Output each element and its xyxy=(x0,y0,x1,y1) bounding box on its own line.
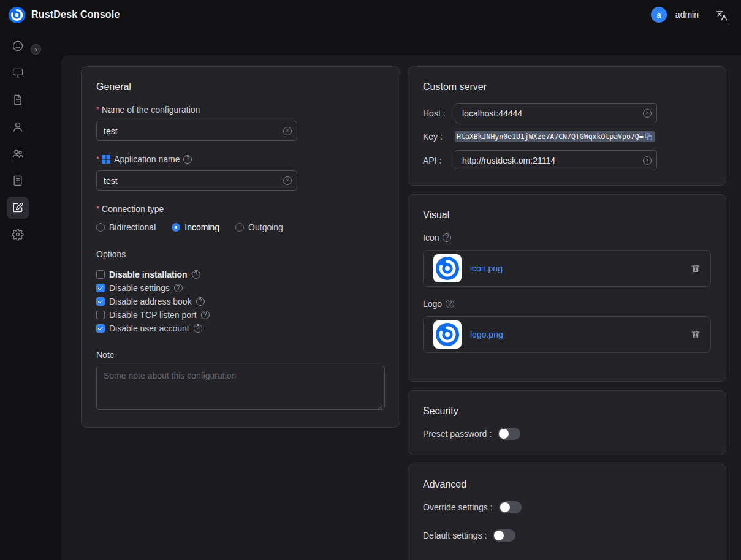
checkbox-box[interactable] xyxy=(96,270,105,279)
user-avatar[interactable]: a xyxy=(651,7,667,23)
help-icon[interactable]: ? xyxy=(446,300,454,308)
clear-icon[interactable]: × xyxy=(643,156,652,165)
override-settings-row: Override settings : xyxy=(423,501,711,513)
logo-label-row: Logo ? xyxy=(423,299,711,309)
sidebar-item-groups users-icon[interactable] xyxy=(7,143,29,165)
api-input-wrap: × xyxy=(455,150,657,170)
config-name-input[interactable] xyxy=(96,121,297,141)
api-label: API : xyxy=(423,156,455,165)
help-icon[interactable]: ? xyxy=(194,324,202,333)
custom-server-card: Custom server Host : × Key : HtaXBkJNHyn… xyxy=(408,66,726,186)
host-input[interactable] xyxy=(455,103,657,123)
default-settings-toggle[interactable] xyxy=(493,529,515,542)
sidebar-expand-button chevron-right-icon[interactable]: › xyxy=(31,44,41,55)
sidebar-item-devices monitor-icon[interactable] xyxy=(7,62,29,84)
default-settings-row: Default settings : xyxy=(423,529,711,542)
preset-password-label: Preset password : xyxy=(423,429,492,439)
card-title-general: General xyxy=(96,81,385,93)
server-key-chip: HtaXBkJNHyn0e1U1jWXze7A7CN7QTGWqxkOtpaVp… xyxy=(455,131,655,142)
checkbox-disable-installation[interactable]: Disable installation ? xyxy=(96,268,385,281)
key-row: Key : HtaXBkJNHyn0e1U1jWXze7A7CN7QTGWqxk… xyxy=(423,131,711,142)
host-input-wrap: × xyxy=(455,103,657,123)
required-marker: * xyxy=(96,105,99,114)
logo-label: Logo xyxy=(423,299,442,309)
trash-icon[interactable] xyxy=(691,263,701,273)
checkbox-disable-user-account[interactable]: Disable user account ? xyxy=(96,322,385,335)
help-icon[interactable]: ? xyxy=(196,297,205,306)
security-card: Security Preset password : xyxy=(408,390,726,455)
icon-file-link[interactable]: icon.png xyxy=(470,263,503,273)
note-label: Note xyxy=(96,350,385,360)
override-settings-label: Override settings : xyxy=(423,502,493,512)
sidebar-item-users user-icon[interactable] xyxy=(7,116,29,138)
sidebar xyxy=(0,29,36,560)
help-icon[interactable]: ? xyxy=(443,233,451,242)
preset-password-toggle[interactable] xyxy=(498,428,520,440)
checkbox-disable-address-book[interactable]: Disable address book ? xyxy=(96,295,385,308)
radio-dot[interactable] xyxy=(235,223,244,232)
main-content: General * Name of the configuration × * … xyxy=(61,55,741,560)
checkbox-box[interactable] xyxy=(96,324,105,333)
icon-label: Icon xyxy=(423,233,439,243)
windows-icon xyxy=(102,155,110,164)
api-row: API : × xyxy=(423,150,711,170)
key-label: Key : xyxy=(423,132,455,142)
checkbox-disable-tcp-listen-port[interactable]: Disable TCP listen port ? xyxy=(96,308,385,322)
options-label: Options xyxy=(96,249,385,259)
brand[interactable]: RustDesk Console xyxy=(9,7,120,23)
sidebar-item-logs logbook-icon[interactable] xyxy=(7,170,29,192)
icon-upload-box[interactable]: icon.png xyxy=(423,250,711,287)
checkbox-box[interactable] xyxy=(96,311,105,319)
host-row: Host : × xyxy=(423,103,711,123)
application-name-label: * Application name ? xyxy=(96,154,385,164)
host-label: Host : xyxy=(423,108,455,118)
connection-type-radios: Bidirectional Incoming Outgoing xyxy=(96,222,385,232)
checkbox-box[interactable] xyxy=(96,297,105,306)
override-settings-toggle[interactable] xyxy=(499,501,522,513)
required-marker: * xyxy=(96,154,99,164)
radio-outgoing[interactable]: Outgoing xyxy=(235,222,283,232)
card-title-security: Security xyxy=(423,406,711,417)
connection-type-label: * Connection type xyxy=(96,204,385,214)
app-title: RustDesk Console xyxy=(31,9,120,20)
radio-dot[interactable] xyxy=(172,223,180,232)
sidebar-item-custom-clients edit-square-icon[interactable] xyxy=(7,197,29,219)
card-title-custom-server: Custom server xyxy=(423,81,711,93)
logo-file-link[interactable]: logo.png xyxy=(470,330,503,339)
config-name-label: * Name of the configuration xyxy=(96,105,385,115)
application-name-input[interactable] xyxy=(96,170,297,191)
topbar: RustDesk Console a admin xyxy=(0,0,741,29)
help-icon[interactable]: ? xyxy=(183,155,192,164)
sidebar-item-status face-icon[interactable] xyxy=(7,35,29,57)
required-marker: * xyxy=(96,204,99,213)
general-card: General * Name of the configuration × * … xyxy=(81,66,400,428)
advanced-card: Advanced Override settings : Default set… xyxy=(408,464,726,560)
help-icon[interactable]: ? xyxy=(201,311,210,319)
sidebar-item-documents document-icon[interactable] xyxy=(7,89,29,111)
checkbox-disable-settings[interactable]: Disable settings ? xyxy=(96,281,385,295)
icon-label-row: Icon ? xyxy=(423,233,711,243)
visual-card: Visual Icon ? icon.png xyxy=(408,194,726,382)
help-icon[interactable]: ? xyxy=(192,270,200,279)
options-list: Disable installation ? Disable settings … xyxy=(96,268,385,335)
rustdesk-logo-icon xyxy=(9,7,25,23)
sidebar-item-settings gear-icon[interactable] xyxy=(7,224,29,246)
note-textarea-wrap xyxy=(96,366,385,412)
copy-icon[interactable] xyxy=(645,133,653,141)
radio-incoming[interactable]: Incoming xyxy=(172,222,219,232)
note-textarea[interactable] xyxy=(96,366,385,410)
clear-icon[interactable]: × xyxy=(643,109,652,118)
checkbox-box[interactable] xyxy=(96,284,105,292)
trash-icon[interactable] xyxy=(691,330,701,339)
clear-icon[interactable]: × xyxy=(283,176,292,185)
default-settings-label: Default settings : xyxy=(423,531,487,540)
server-key-value[interactable]: HtaXBkJNHyn0e1U1jWXze7A7CN7QTGWqxkOtpaVp… xyxy=(457,132,644,141)
clear-icon[interactable]: × xyxy=(283,127,292,135)
logo-upload-box[interactable]: logo.png xyxy=(423,316,711,353)
api-input[interactable] xyxy=(455,150,657,170)
user-name[interactable]: admin xyxy=(675,10,699,20)
help-icon[interactable]: ? xyxy=(174,284,183,292)
translate-icon[interactable] xyxy=(716,9,728,21)
radio-bidirectional[interactable]: Bidirectional xyxy=(96,222,156,232)
radio-dot[interactable] xyxy=(96,223,105,232)
